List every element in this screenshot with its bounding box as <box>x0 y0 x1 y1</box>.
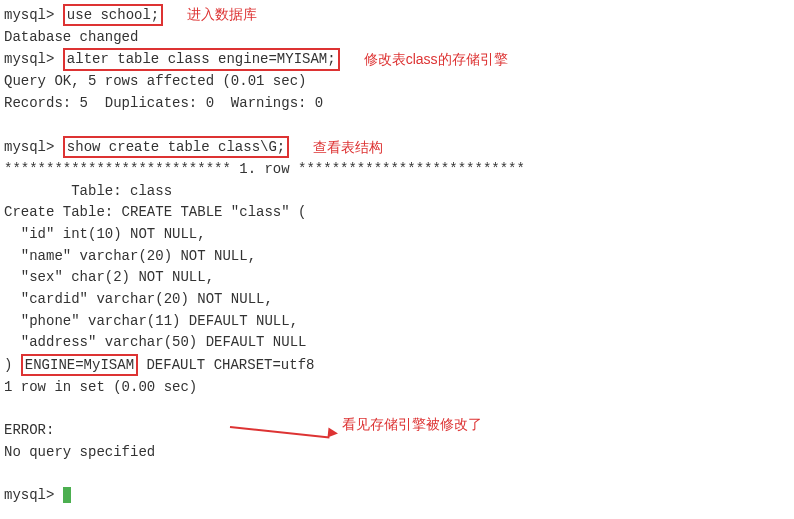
charset-tail: DEFAULT CHARSET=utf8 <box>138 357 314 373</box>
error-message: No query specified <box>4 442 790 464</box>
error-label: ERROR: <box>4 420 790 442</box>
annotation-alter-engine: 修改表class的存储引擎 <box>364 49 508 71</box>
mysql-prompt: mysql> <box>4 139 54 155</box>
cmd-show-create: show create table class\G; <box>63 136 289 158</box>
mysql-prompt: mysql> <box>4 487 54 503</box>
column-def: "address" varchar(50) DEFAULT NULL <box>4 332 790 354</box>
engine-highlight: ENGINE=MyISAM <box>21 354 138 376</box>
engine-line: ) ENGINE=MyISAM DEFAULT CHARSET=utf8 <box>4 354 790 377</box>
annotation-show-structure: 查看表结构 <box>313 137 383 159</box>
rows-in-set: 1 row in set (0.00 sec) <box>4 377 790 399</box>
response-records: Records: 5 Duplicates: 0 Warnings: 0 <box>4 93 790 115</box>
blank-line <box>4 114 790 136</box>
create-table-header: Create Table: CREATE TABLE "class" ( <box>4 202 790 224</box>
table-name-line: Table: class <box>4 181 790 203</box>
cursor-icon[interactable] <box>63 487 71 503</box>
terminal-line: mysql> use school;进入数据库 <box>4 4 790 27</box>
cmd-alter-table: alter table class engine=MYISAM; <box>63 48 340 70</box>
response-db-changed: Database changed <box>4 27 790 49</box>
row-separator: *************************** 1. row *****… <box>4 159 790 181</box>
close-paren: ) <box>4 357 21 373</box>
terminal-line: mysql> alter table class engine=MYISAM;修… <box>4 48 790 71</box>
column-def: "phone" varchar(11) DEFAULT NULL, <box>4 311 790 333</box>
blank-line <box>4 398 790 420</box>
mysql-prompt: mysql> <box>4 51 54 67</box>
response-query-ok: Query OK, 5 rows affected (0.01 sec) <box>4 71 790 93</box>
cmd-use-school: use school; <box>63 4 163 26</box>
mysql-prompt: mysql> <box>4 7 54 23</box>
annotation-enter-db: 进入数据库 <box>187 4 257 26</box>
column-def: "name" varchar(20) NOT NULL, <box>4 246 790 268</box>
column-def: "cardid" varchar(20) NOT NULL, <box>4 289 790 311</box>
terminal-line: mysql> <box>4 485 790 507</box>
terminal-line: mysql> show create table class\G;查看表结构 <box>4 136 790 159</box>
column-def: "id" int(10) NOT NULL, <box>4 224 790 246</box>
blank-line <box>4 463 790 485</box>
column-def: "sex" char(2) NOT NULL, <box>4 267 790 289</box>
